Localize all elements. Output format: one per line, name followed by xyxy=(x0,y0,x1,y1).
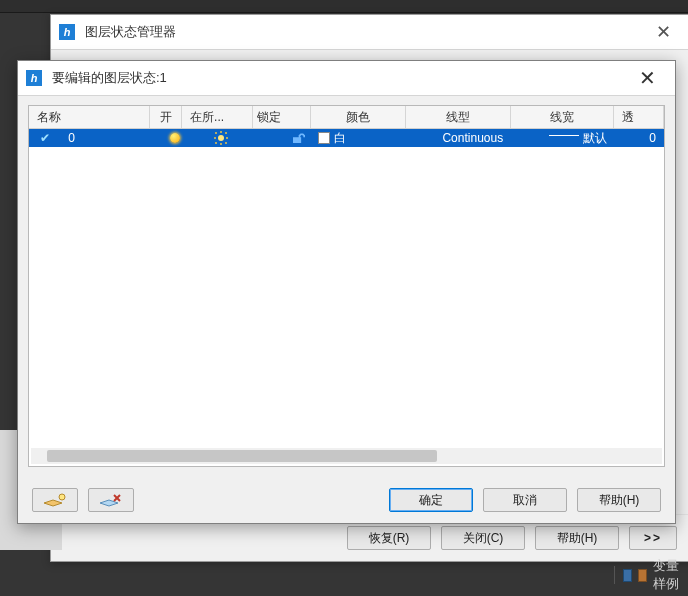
palette-swatch[interactable] xyxy=(623,569,632,582)
expand-button[interactable]: >> xyxy=(629,526,677,550)
col-ltype[interactable]: 线型 xyxy=(406,106,511,128)
titlebar[interactable]: h 图层状态管理器 ✕ xyxy=(51,15,688,50)
restore-button[interactable]: 恢复(R) xyxy=(347,526,431,550)
dialog-title: 要编辑的图层状态:1 xyxy=(48,69,627,87)
col-on[interactable]: 开 xyxy=(150,106,182,128)
col-color[interactable]: 颜色 xyxy=(311,106,406,128)
button-bar: 确定 取消 帮助(H) xyxy=(18,477,675,523)
scrollbar-thumb[interactable] xyxy=(47,450,437,462)
col-trans[interactable]: 透 xyxy=(614,106,664,128)
edit-layer-state-dialog: h 要编辑的图层状态:1 ✕ 名称 开 在所... 锁定 颜色 线型 线宽 透 … xyxy=(17,60,676,524)
table-row[interactable]: ✔ 0 🔓︎ 白 Continuous 默认 0 xyxy=(29,129,664,147)
col-lwt[interactable]: 线宽 xyxy=(511,106,614,128)
divider xyxy=(614,566,615,584)
cell-view[interactable] xyxy=(190,129,253,147)
cell-lineweight[interactable]: 默认 xyxy=(511,129,615,147)
ok-button[interactable]: 确定 xyxy=(389,488,473,512)
horizontal-scrollbar[interactable] xyxy=(31,448,662,464)
color-label: 白 xyxy=(334,130,346,147)
cell-on[interactable] xyxy=(159,129,190,147)
app-icon: h xyxy=(59,24,75,40)
background-ribbon xyxy=(0,0,688,13)
col-lock[interactable]: 锁定 xyxy=(253,106,311,128)
help-button[interactable]: 帮助(H) xyxy=(535,526,619,550)
color-swatch xyxy=(318,132,330,144)
cell-lock[interactable]: 🔓︎ xyxy=(253,129,311,147)
help-button[interactable]: 帮助(H) xyxy=(577,488,661,512)
cell-status: ✔ xyxy=(29,129,60,147)
titlebar[interactable]: h 要编辑的图层状态:1 ✕ xyxy=(18,61,675,96)
app-icon: h xyxy=(26,70,42,86)
bulb-icon xyxy=(170,133,180,143)
lineweight-sample xyxy=(549,135,579,136)
col-name[interactable]: 名称 xyxy=(29,106,150,128)
folder-icon[interactable] xyxy=(638,569,647,582)
layer-grid: 名称 开 在所... 锁定 颜色 线型 线宽 透 ✔ 0 🔓︎ 白 xyxy=(28,105,665,467)
sun-icon xyxy=(215,132,227,144)
add-layer-button[interactable] xyxy=(32,488,78,512)
cell-transparency[interactable]: 0 xyxy=(615,129,664,147)
cancel-button[interactable]: 取消 xyxy=(483,488,567,512)
grid-header: 名称 开 在所... 锁定 颜色 线型 线宽 透 xyxy=(29,106,664,129)
svg-point-1 xyxy=(59,494,65,500)
close-button[interactable]: 关闭(C) xyxy=(441,526,525,550)
delete-layer-button[interactable] xyxy=(88,488,134,512)
cell-color[interactable]: 白 xyxy=(310,129,405,147)
cell-linetype[interactable]: Continuous xyxy=(406,129,511,147)
lineweight-label: 默认 xyxy=(583,130,607,147)
delete-layer-icon xyxy=(98,493,124,507)
close-icon[interactable]: ✕ xyxy=(643,21,683,43)
svg-marker-0 xyxy=(44,500,62,506)
lock-open-icon: 🔓︎ xyxy=(293,131,306,146)
cell-name: 0 xyxy=(60,129,159,147)
col-view[interactable]: 在所... xyxy=(182,106,253,128)
add-layer-icon xyxy=(42,493,68,507)
close-icon[interactable]: ✕ xyxy=(627,66,667,90)
dock-label[interactable]: 变量样例 xyxy=(653,557,680,593)
dialog-title: 图层状态管理器 xyxy=(81,23,643,41)
check-icon: ✔ xyxy=(40,131,50,145)
